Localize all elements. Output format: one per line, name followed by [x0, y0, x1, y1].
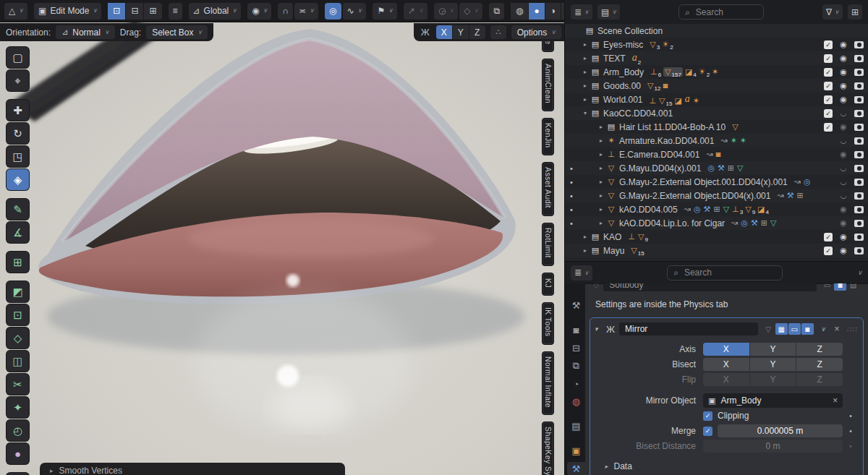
softbody-name-field[interactable]: Softbody — [603, 283, 817, 291]
outliner-row[interactable]: ▸ ▤ Mayu ▽15 ✓ ◉ — [565, 244, 868, 257]
outliner-row[interactable]: • ▸ ▽ G.Mayu-2.External Object.001.DD04(… — [565, 175, 868, 189]
on-cage-toggle[interactable]: ▽ — [762, 323, 775, 335]
data-badge-icon[interactable]: ▽3 — [650, 40, 660, 49]
mirror-axis-button[interactable]: X — [436, 25, 452, 39]
outliner-row[interactable]: ▸ ✶ Armature.Kao.DD04.001 ↝ ✶ ✶ — [565, 134, 868, 147]
outliner-row[interactable]: ▸ ▤ Goods.00 ▽12 ◙ ✓ ◉ — [565, 79, 868, 93]
operator-panel[interactable]: ▸ Smooth Vertices — [40, 463, 345, 475]
row-name[interactable]: kAO.DD04.005 — [619, 205, 678, 215]
expand-arrow-icon[interactable]: ▸ — [597, 206, 605, 213]
outliner-row[interactable]: ▸ ▤ Eyes-misc ▽3 ☀2 ✓ ◉ — [565, 38, 868, 51]
row-name[interactable]: Mayu — [603, 246, 624, 256]
data-badge-icon[interactable]: ☀2 — [662, 40, 673, 49]
tool-tab[interactable]: ⚒ — [567, 299, 585, 312]
data-badge-icon[interactable]: ⊥ — [628, 232, 636, 241]
data-badge-icon[interactable]: ↝ — [731, 218, 739, 228]
mode-dropdown[interactable]: ▣ Edit Mode ∨ — [34, 3, 101, 20]
outliner-editor-type-button[interactable]: ≣ ∨ — [571, 4, 592, 20]
scene-tab[interactable]: ◔ — [567, 377, 585, 390]
output-tab[interactable]: ⊟ — [567, 342, 585, 355]
hide-eye-toggle[interactable]: ◉ — [838, 81, 848, 90]
modifier-extras-dropdown[interactable]: ∨ — [818, 325, 829, 333]
mirror-panel-header[interactable]: ▾ Ж Mirror ▽▦▭◙ ∨ × ∷∷ — [595, 321, 859, 337]
outliner-row[interactable]: ▸ ▤ Arm_Body ⊥6 ▽157 ◪4 ☀2 — [565, 65, 868, 79]
row-name[interactable]: Arm_Body — [603, 67, 644, 77]
falloff-dropdown[interactable]: ∿ ∨ — [343, 3, 367, 20]
editor-type-button[interactable]: △ ∨ — [4, 3, 27, 20]
data-badge-icon[interactable]: a — [685, 93, 691, 106]
bevel-tool[interactable]: ◇ — [7, 328, 29, 348]
xray-dropdown[interactable]: ◶ ∨ — [434, 3, 458, 20]
data-badge-icon[interactable]: ◪4 — [685, 67, 697, 77]
close-icon[interactable]: × — [833, 324, 841, 334]
row-name[interactable]: E.Camera.DD04.001 — [619, 150, 699, 160]
knife-tool[interactable]: ✂ — [7, 374, 29, 395]
overlays-toggle[interactable]: ⧉ — [489, 3, 504, 20]
data-badge-icon[interactable]: ⚒ — [751, 218, 759, 228]
hide-eye-toggle[interactable]: ◡ — [838, 178, 848, 186]
data-badge-icon[interactable]: ◎ — [804, 177, 812, 187]
data-badge-icon[interactable]: ⚒ — [787, 191, 795, 200]
exclude-checkbox[interactable]: ✓ — [824, 54, 833, 63]
outliner-row[interactable]: ▤ Scene Collection — [565, 24, 868, 38]
outliner-search[interactable]: ⌕ — [678, 4, 764, 20]
hide-eye-toggle[interactable]: ◉ — [838, 150, 848, 159]
data-badge-icon[interactable]: ◪ — [674, 96, 682, 106]
data-badge-icon[interactable]: ⚒ — [704, 205, 712, 214]
data-badge-icon[interactable]: ⊥ — [649, 96, 657, 106]
expand-arrow-icon[interactable]: ▸ — [597, 192, 605, 199]
modifiers-tab[interactable]: ⚒ — [567, 462, 585, 475]
expand-arrow-icon[interactable]: ▸ — [581, 55, 590, 61]
expand-arrow-icon[interactable]: ▸ — [581, 69, 590, 75]
row-name[interactable]: G.Mayu-2.External Object.DD04(x).001 — [619, 191, 770, 201]
clipping-checkbox[interactable]: ✓ — [703, 411, 712, 421]
smooth-tool[interactable]: ● — [7, 443, 29, 464]
expand-arrow-icon[interactable]: ▸ — [597, 165, 605, 171]
row-name[interactable]: Eyes-misc — [603, 40, 643, 50]
data-badge-icon[interactable]: ⊞ — [713, 205, 720, 214]
outliner-row[interactable]: • ▸ ▽ G.Mayu-2.External Object.DD04(x).0… — [565, 189, 868, 202]
add-cube-tool[interactable]: ⊞ — [7, 252, 29, 273]
outliner-row[interactable]: ▸ ⊥ E.Camera.DD04.001 ↝ ◙ ◉ — [565, 147, 868, 161]
data-badge-icon[interactable]: ↝ — [794, 177, 801, 187]
select-box-tool[interactable]: ▢ — [7, 47, 29, 68]
bisect-toggle-button[interactable]: Y — [750, 358, 796, 371]
data-badge-icon[interactable]: ⊥3 — [732, 205, 743, 214]
filter-dropdown[interactable]: ∇ ∨ — [822, 4, 843, 20]
mirror-axis-button[interactable]: Z — [469, 25, 485, 39]
camera-render-toggle[interactable] — [854, 247, 864, 254]
exclude-checkbox[interactable]: ✓ — [824, 95, 833, 104]
data-badge-icon[interactable]: ↝ — [720, 136, 728, 145]
rotate-tool[interactable]: ↻ — [7, 123, 29, 144]
row-name[interactable]: G.Mayu.DD04(x).001 — [619, 163, 701, 174]
flip-toggle-button[interactable]: Z — [796, 373, 843, 386]
expand-arrow-icon[interactable]: ▾ — [581, 110, 590, 116]
hide-eye-toggle[interactable]: ◉ — [838, 218, 848, 228]
move-tool[interactable]: ✚ — [7, 100, 29, 121]
data-badge-icon[interactable]: ☀2 — [699, 67, 710, 77]
outliner-row[interactable]: ▾ ▤ KaoCC.DD04.001 ✓ ◡ — [565, 106, 868, 120]
merge-checkbox[interactable]: ✓ — [703, 427, 712, 436]
data-badge-icon[interactable]: ◎ — [741, 218, 749, 228]
expand-arrow-icon[interactable]: ▸ — [581, 247, 590, 254]
hide-eye-toggle[interactable]: ◉ — [838, 122, 848, 132]
exclude-checkbox[interactable]: ✓ — [824, 247, 833, 255]
sidebar-tab[interactable]: KJ — [542, 273, 554, 296]
data-badge-icon[interactable]: ◪4 — [757, 205, 769, 214]
camera-render-toggle[interactable] — [854, 137, 864, 145]
orientation-value-dropdown[interactable]: ⊿ Normal ∨ — [56, 25, 115, 39]
row-name[interactable]: KaoCC.DD04.001 — [603, 108, 673, 119]
expand-arrow-icon[interactable]: ▸ — [597, 179, 605, 185]
expand-arrow-icon[interactable]: ▸ — [597, 220, 605, 226]
render-tab[interactable]: ◙ — [567, 324, 585, 337]
exclude-checkbox[interactable]: ✓ — [824, 82, 833, 90]
data-badge-icon[interactable]: ◎ — [694, 205, 702, 214]
row-name[interactable]: Goods.00 — [603, 81, 641, 91]
loop-cut-tool[interactable]: ◫ — [7, 351, 29, 372]
camera-render-toggle[interactable] — [854, 234, 864, 241]
camera-render-toggle[interactable] — [854, 82, 864, 90]
data-badge-icon[interactable]: ⊥6 — [650, 67, 661, 77]
row-name[interactable]: KAO — [603, 232, 621, 242]
animate-dot[interactable]: • — [843, 412, 859, 420]
transform-dropdown[interactable]: ↗ ∨ — [404, 3, 427, 20]
